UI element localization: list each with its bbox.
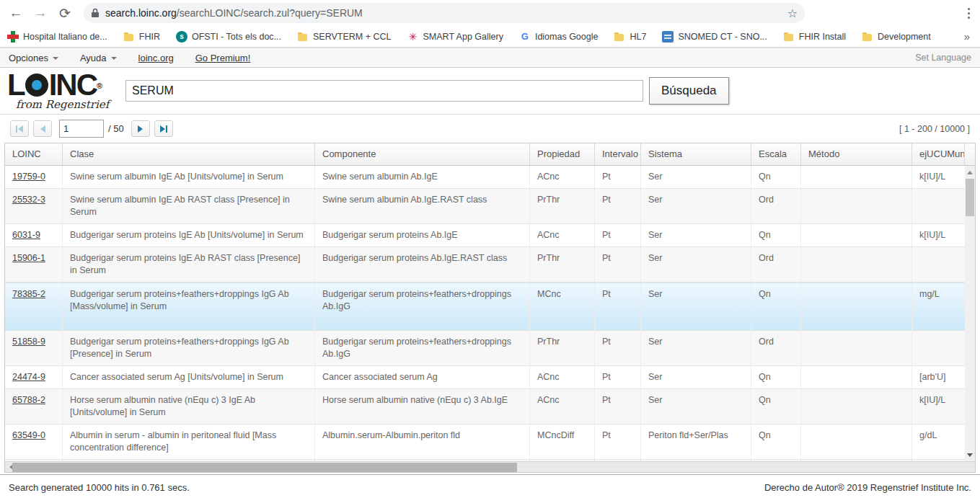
set-language-link[interactable]: Set Language [915,53,971,63]
cell-escala: Qn [751,389,801,424]
table-row[interactable]: 78385-2Budgerigar serum proteins+feather… [5,283,965,331]
loinc-code-link[interactable]: 24474-9 [12,372,45,382]
bookmark-item[interactable]: SNOMED CT - SNO... [662,31,767,43]
chevron-down-icon [111,57,117,60]
column-header-intervalo[interactable]: Intervalo [595,143,641,165]
bookmark-item[interactable]: SMART App Gallery [407,31,503,43]
column-header-loinc[interactable]: LOINC [5,143,63,165]
table-row[interactable]: 15906-1Budgerigar serum proteins IgE Ab … [5,247,965,283]
next-page-button[interactable] [131,120,150,137]
cell-escala: Qn [751,283,801,330]
address-bar[interactable]: search.loinc.org/searchLOINC/search.zul?… [84,3,805,23]
sharepoint-icon [176,31,187,43]
table-row[interactable]: 25532-3Swine serum albumin IgE Ab RAST c… [5,189,965,224]
cell-intervalo: Pt [595,331,641,365]
more-bookmarks-chevron-icon[interactable]: » [964,30,973,43]
table-row[interactable]: 19759-0Swine serum albumin IgE Ab [Units… [5,166,965,189]
first-page-button[interactable] [10,120,29,137]
column-header-m-todo[interactable]: Método [801,143,912,165]
cell-unidades [912,189,965,223]
table-row[interactable]: 6031-9Budgerigar serum proteins IgE Ab [… [5,224,965,247]
back-button[interactable]: ← [6,3,26,23]
search-button[interactable]: Búsqueda [649,77,729,105]
scroll-up-icon[interactable] [965,167,975,177]
cell-propiedad: ACnc [530,366,595,388]
cell-metodo [801,366,912,388]
bookmark-item[interactable]: Idiomas Google [519,31,599,43]
bookmarks-bar: Hospital Italiano de...FHIROFSTI - Tots … [0,26,980,48]
column-header-escala[interactable]: Escala [751,143,801,165]
cell-sistema: Ser [641,331,751,365]
cell-intervalo: Pt [595,189,641,223]
horizontal-scrollbar[interactable] [5,461,975,472]
cell-intervalo: Pt [595,166,641,188]
search-input[interactable] [125,80,643,102]
menu-opciones[interactable]: Opciones [9,53,58,63]
forward-button[interactable]: → [30,3,50,23]
column-header-clase[interactable]: Clase [63,143,315,165]
column-header-propiedad[interactable]: Propiedad [530,143,595,165]
bookmark-item[interactable]: Development [862,31,931,43]
bookmark-item[interactable]: Hospital Italiano de... [7,31,107,43]
cell-unidades: [arb'U] [912,366,965,388]
cell-intervalo: Pt [595,424,641,459]
loinc-logo-tagline: from Regenstrief [16,98,123,111]
bookmark-item[interactable]: HL7 [614,31,646,43]
cell-unidades [912,331,965,365]
scroll-down-icon[interactable] [965,450,975,460]
cell-clase: Horse serum albumin native (nEqu c) 3 Ig… [63,389,315,424]
loinc-code-link[interactable]: 78385-2 [12,289,45,299]
status-footer: Search generated 10000 hits in 0.761 sec… [0,474,980,498]
loinc-logo[interactable]: L INC ® from Regenstrief [7,71,123,111]
column-header-componente[interactable]: Componente [315,143,530,165]
bookmark-item[interactable]: SERVTERM + CCL [297,31,391,43]
column-header-sistema[interactable]: Sistema [641,143,751,165]
cell-intervalo: Pt [595,366,641,388]
browser-menu-button[interactable] [963,5,974,22]
table-row[interactable]: 24474-9Cancer associated serum Ag [Units… [5,366,965,389]
cell-intervalo: Pt [595,389,641,424]
cell-escala: Qn [751,366,801,388]
link-loinc-org[interactable]: loinc.org [138,53,174,63]
cell-clase: Albumin in serum - albumin in peritoneal… [63,424,315,459]
loinc-code-link[interactable]: 65788-2 [12,395,45,405]
link-go-premium[interactable]: Go Premium! [195,53,251,63]
bookmark-label: SERVTERM + CCL [313,32,391,42]
bookmark-item[interactable]: OFSTI - Tots els doc... [176,31,281,43]
cell-sistema: Periton fld+Ser/Plas [641,424,751,459]
loinc-code-link[interactable]: 51858-9 [12,337,45,347]
table-row[interactable]: 63549-0Albumin in serum - albumin in per… [5,424,965,460]
last-page-button[interactable] [154,120,173,137]
cell-propiedad: ACnc [530,389,595,424]
menu-ayuda[interactable]: Ayuda [80,53,117,63]
vertical-scrollbar[interactable] [965,166,975,461]
cell-metodo [801,224,912,246]
previous-page-button[interactable] [33,120,52,137]
vertical-scroll-thumb[interactable] [966,179,974,216]
bookmark-star-icon[interactable]: ☆ [787,6,798,20]
loinc-code-link[interactable]: 63549-0 [12,430,45,440]
snomed-icon [662,31,674,43]
reload-button[interactable]: ⟳ [55,3,75,23]
bookmark-item[interactable]: FHIR Install [783,31,846,43]
cell-escala: Ord [751,331,801,365]
loinc-code-link[interactable]: 19759-0 [12,172,45,182]
cell-clase: Budgerigar serum proteins+feathers+dropp… [63,331,315,365]
horizontal-scroll-thumb[interactable] [12,463,517,472]
page-number-input[interactable] [59,120,104,138]
bookmark-item[interactable]: FHIR [123,31,160,43]
browser-toolbar: ← → ⟳ search.loinc.org/searchLOINC/searc… [0,0,980,26]
cell-componente: Cancer associated serum Ag [315,366,530,388]
cell-loinc: 6031-9 [5,224,63,246]
column-header-ejucumunidades[interactable]: ejUCUMunidades [912,143,965,165]
loinc-code-link[interactable]: 15906-1 [12,253,45,263]
cell-metodo [801,331,912,365]
table-row[interactable]: 65788-2Horse serum albumin native (nEqu … [5,389,965,424]
loinc-code-link[interactable]: 6031-9 [12,230,40,240]
bookmark-label: SNOMED CT - SNO... [678,32,767,42]
url-text: search.loinc.org/searchLOINC/search.zul?… [105,7,787,19]
results-table-body: 19759-0Swine serum albumin IgE Ab [Units… [5,166,965,461]
loinc-code-link[interactable]: 25532-3 [12,195,45,205]
table-row[interactable]: 51858-9Budgerigar serum proteins+feather… [5,331,965,366]
cell-componente: Budgerigar serum proteins+feathers+dropp… [315,283,530,330]
